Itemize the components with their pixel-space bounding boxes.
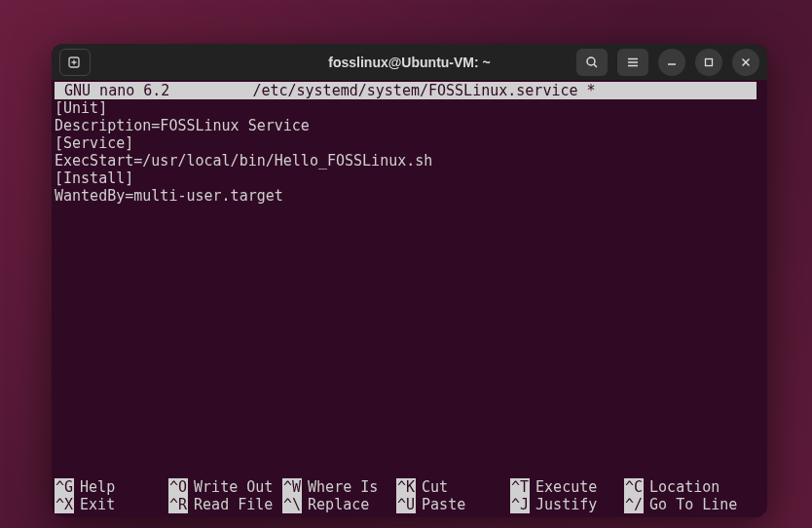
shortcut-go-to-line: ^/Go To Line	[624, 496, 738, 513]
terminal-window: fosslinux@Ubuntu-VM: ~	[52, 44, 767, 517]
search-icon	[585, 56, 599, 69]
new-tab-icon	[67, 55, 83, 70]
shortcut-read-file: ^RRead File	[168, 496, 282, 513]
menu-button[interactable]	[617, 49, 648, 76]
nano-footer: ^GHelp ^OWrite Out ^WWhere Is ^KCut ^TEx…	[55, 478, 764, 513]
shortcut-exit: ^XExit	[55, 496, 168, 513]
new-tab-button[interactable]	[59, 49, 91, 76]
minimize-button[interactable]	[658, 49, 685, 76]
footer-row-2: ^XExit ^RRead File ^\Replace ^UPaste ^JJ…	[55, 496, 764, 513]
shortcut-replace: ^\Replace	[282, 496, 396, 513]
shortcut-justify: ^JJustify	[510, 496, 624, 513]
shortcut-where-is: ^WWhere Is	[282, 478, 396, 496]
terminal-content[interactable]: GNU nano 6.2 /etc/systemd/system/FOSSLin…	[52, 80, 767, 207]
minimize-icon	[666, 57, 678, 68]
shortcut-write-out: ^OWrite Out	[168, 478, 282, 496]
window-title: fosslinux@Ubuntu-VM: ~	[328, 55, 490, 70]
svg-point-3	[587, 57, 595, 65]
search-button[interactable]	[576, 49, 608, 76]
footer-row-1: ^GHelp ^OWrite Out ^WWhere Is ^KCut ^TEx…	[55, 478, 764, 496]
shortcut-paste: ^UPaste	[396, 496, 510, 513]
nano-file-path: /etc/systemd/system/FOSSLinux.service *	[169, 82, 757, 99]
nano-titlebar: GNU nano 6.2 /etc/systemd/system/FOSSLin…	[55, 82, 764, 99]
nano-app-name: GNU nano 6.2	[64, 82, 169, 99]
svg-line-4	[594, 64, 597, 67]
shortcut-location: ^CLocation	[624, 478, 738, 496]
close-icon	[740, 57, 752, 68]
maximize-button[interactable]	[695, 49, 722, 76]
shortcut-help: ^GHelp	[55, 478, 168, 496]
shortcut-cut: ^KCut	[396, 478, 510, 496]
maximize-icon	[703, 57, 715, 68]
close-button[interactable]	[732, 49, 759, 76]
svg-rect-9	[706, 58, 713, 65]
hamburger-icon	[626, 56, 640, 69]
shortcut-execute: ^TExecute	[510, 478, 624, 496]
window-titlebar: fosslinux@Ubuntu-VM: ~	[52, 44, 767, 80]
editor-content[interactable]: [Unit] Description=FOSSLinux Service [Se…	[55, 99, 764, 205]
